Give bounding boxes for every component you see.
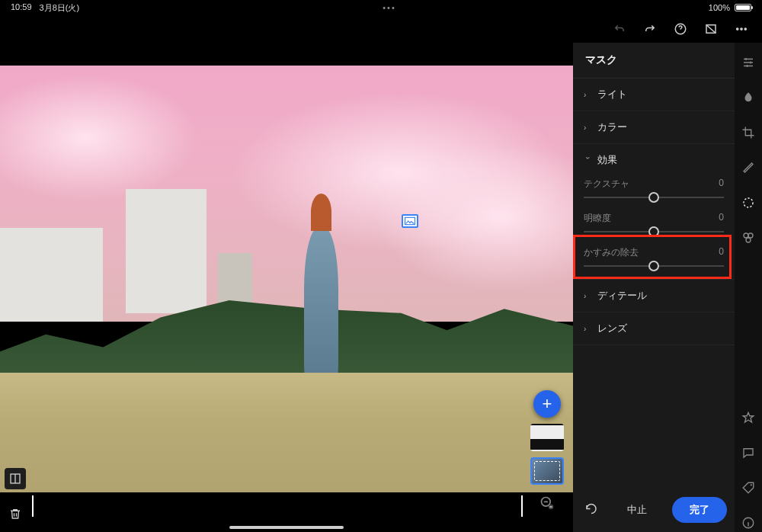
mask-thumbnail-1[interactable] bbox=[530, 424, 564, 451]
comments-icon[interactable] bbox=[735, 444, 762, 462]
svg-point-5 bbox=[737, 28, 738, 30]
zoom-minus-button[interactable] bbox=[538, 494, 556, 512]
section-effects[interactable]: ›効果 bbox=[573, 144, 735, 176]
done-button[interactable]: 完了 bbox=[672, 497, 727, 523]
mask-pin-icon[interactable] bbox=[402, 214, 418, 228]
slider-clarity[interactable]: 明瞭度0 bbox=[573, 210, 735, 245]
tag-icon[interactable] bbox=[735, 479, 762, 497]
presets-icon[interactable] bbox=[735, 229, 762, 247]
healing-icon[interactable] bbox=[735, 159, 762, 177]
section-light[interactable]: ›ライト bbox=[573, 79, 735, 111]
undo-button[interactable] bbox=[643, 22, 657, 36]
help-button[interactable] bbox=[674, 22, 687, 36]
panel-title: マスク bbox=[585, 53, 617, 67]
section-lens[interactable]: ›レンズ bbox=[573, 312, 735, 345]
crop-icon[interactable] bbox=[735, 123, 762, 142]
slider-texture[interactable]: テクスチャ0 bbox=[573, 176, 735, 210]
status-center-dots: ••• bbox=[79, 3, 700, 12]
tool-rail bbox=[735, 43, 762, 532]
compare-view-button[interactable] bbox=[704, 22, 718, 36]
svg-point-16 bbox=[751, 484, 752, 486]
smudge-icon[interactable] bbox=[735, 88, 762, 107]
reset-button[interactable] bbox=[581, 503, 602, 517]
status-bar: 10:59 3月8日(火) ••• 100% bbox=[0, 0, 762, 15]
redo-button[interactable] bbox=[613, 22, 626, 36]
mask-stack: + bbox=[530, 390, 564, 512]
masking-icon[interactable] bbox=[735, 194, 762, 212]
delete-button[interactable] bbox=[5, 503, 26, 524]
info-icon[interactable] bbox=[735, 514, 762, 532]
svg-point-13 bbox=[744, 233, 748, 238]
home-indicator bbox=[229, 526, 344, 529]
slider-dehaze[interactable]: かすみの除去0 bbox=[573, 245, 735, 279]
timeline-handle-right[interactable] bbox=[521, 495, 523, 517]
cancel-button[interactable]: 中止 bbox=[610, 497, 664, 523]
section-detail[interactable]: ›ディテール bbox=[573, 280, 735, 312]
add-mask-button[interactable]: + bbox=[533, 390, 561, 418]
adjust-sliders-icon[interactable] bbox=[735, 53, 762, 72]
top-toolbar bbox=[0, 15, 762, 43]
timeline-handle-left[interactable] bbox=[32, 495, 34, 517]
star-icon[interactable] bbox=[735, 409, 762, 427]
svg-point-6 bbox=[741, 28, 742, 30]
section-color[interactable]: ›カラー bbox=[573, 111, 735, 143]
svg-point-12 bbox=[744, 198, 753, 207]
svg-point-7 bbox=[744, 28, 746, 30]
battery-percent: 100% bbox=[709, 3, 730, 12]
mask-thumbnail-2[interactable] bbox=[530, 457, 564, 485]
svg-point-14 bbox=[748, 233, 753, 238]
status-date: 3月8日(火) bbox=[40, 2, 80, 14]
photo-preview bbox=[0, 66, 573, 492]
overflow-menu-button[interactable] bbox=[735, 22, 748, 36]
status-time: 10:59 bbox=[11, 2, 32, 14]
before-after-button[interactable] bbox=[5, 468, 26, 489]
battery-icon bbox=[735, 4, 751, 11]
edit-panel: マスク ›ライト ›カラー ›効果 テクスチャ0 明瞭度0 かすみの除去0 ›デ… bbox=[573, 43, 735, 532]
svg-point-15 bbox=[746, 238, 751, 242]
image-canvas[interactable]: + bbox=[0, 43, 573, 532]
